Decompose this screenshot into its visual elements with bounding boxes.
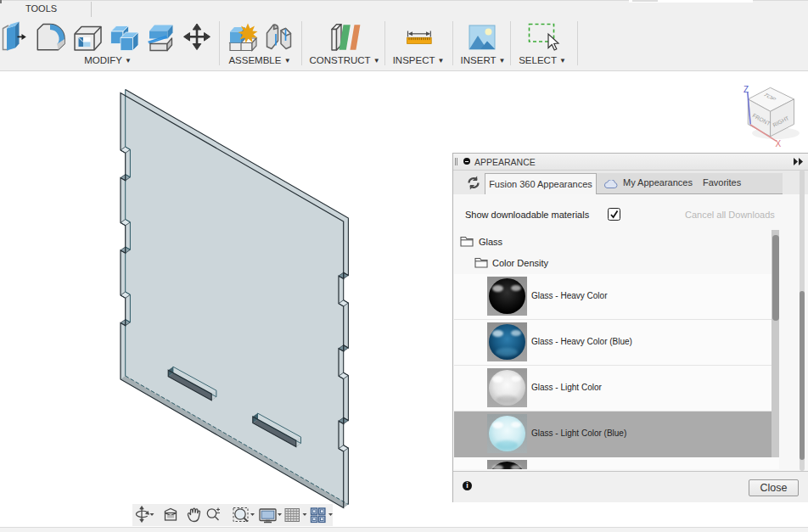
svg-text:X: X [776,139,782,148]
svg-text:Z: Z [743,85,749,94]
